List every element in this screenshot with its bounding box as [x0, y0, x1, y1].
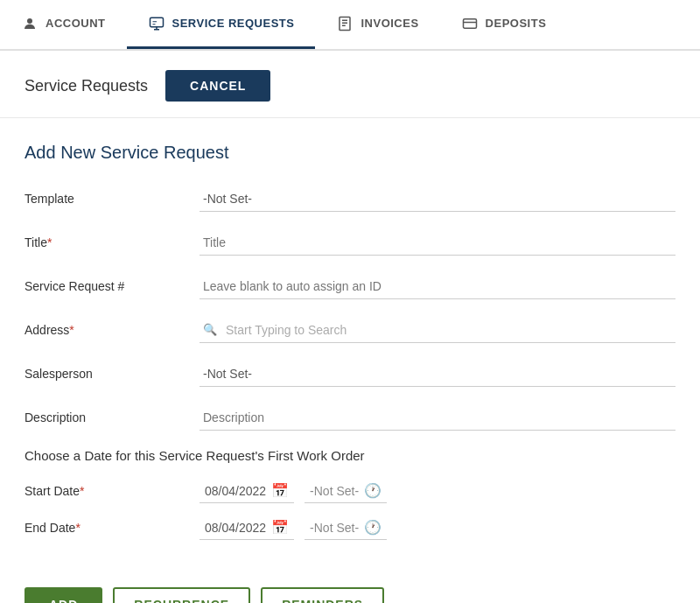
start-date-label: Start Date* — [24, 484, 200, 498]
description-label: Description — [24, 410, 200, 424]
template-label: Template — [24, 192, 200, 206]
template-value[interactable]: -Not Set- — [200, 186, 676, 212]
nav-tab-invoices-label: INVOICES — [360, 17, 418, 30]
end-time-input[interactable]: -Not Set- 🕐 — [304, 515, 387, 540]
svg-point-0 — [27, 18, 32, 24]
date-section: Choose a Date for this Service Request's… — [24, 448, 676, 540]
service-request-num-label: Service Request # — [24, 279, 200, 293]
deposits-icon — [461, 15, 479, 32]
salesperson-value[interactable]: -Not Set- — [200, 361, 676, 387]
invoices-icon — [336, 15, 354, 32]
nav-tab-account[interactable]: ACCOUNT — [0, 0, 127, 49]
end-time-placeholder: -Not Set- — [310, 521, 359, 535]
salesperson-row: Salesperson -Not Set- — [24, 359, 676, 389]
end-date-label: End Date* — [24, 521, 200, 535]
nav-tab-service-requests-label: SERVICE REQUESTS — [172, 17, 295, 30]
address-input[interactable]: 🔍 Start Typing to Search — [200, 318, 676, 343]
reminders-button[interactable]: REMINDERS — [261, 587, 384, 603]
start-date-value: 08/04/2022 — [205, 484, 266, 498]
address-row: Address* 🔍 Start Typing to Search — [24, 315, 676, 345]
description-row: Description — [24, 403, 676, 432]
svg-rect-1 — [150, 18, 163, 27]
recurrence-button[interactable]: RECURRENCE — [113, 587, 250, 603]
service-request-num-row: Service Request # — [24, 271, 676, 301]
add-button[interactable]: ADD — [24, 587, 102, 603]
start-time-input[interactable]: -Not Set- 🕐 — [304, 479, 387, 503]
end-time-clock-icon[interactable]: 🕐 — [364, 519, 382, 536]
service-requests-icon — [148, 15, 165, 32]
end-date-input[interactable]: 08/04/2022 📅 — [200, 515, 294, 540]
account-icon — [21, 15, 38, 32]
start-date-input[interactable]: 08/04/2022 📅 — [200, 479, 294, 503]
form-area: Add New Service Request Template -Not Se… — [0, 118, 700, 570]
template-row: Template -Not Set- — [24, 184, 676, 214]
page-title: Service Requests — [24, 77, 148, 95]
page-header: Service Requests CANCEL — [0, 51, 700, 118]
service-request-num-input[interactable] — [200, 274, 676, 299]
end-date-fields: 08/04/2022 📅 -Not Set- 🕐 — [200, 515, 387, 540]
nav-tab-deposits-label: DEPOSITS — [486, 17, 547, 30]
nav-tab-deposits[interactable]: DEPOSITS — [440, 0, 568, 49]
end-date-value: 08/04/2022 — [205, 521, 266, 535]
address-search-icon: 🔍 — [203, 323, 217, 336]
end-date-row: End Date* 08/04/2022 📅 -Not Set- 🕐 — [24, 515, 676, 540]
date-section-title: Choose a Date for this Service Request's… — [24, 448, 676, 463]
svg-rect-3 — [463, 18, 476, 28]
title-row: Title* — [24, 228, 676, 257]
title-input[interactable] — [200, 230, 676, 256]
start-time-clock-icon[interactable]: 🕐 — [364, 482, 382, 499]
form-section-title: Add New Service Request — [24, 143, 676, 163]
start-time-placeholder: -Not Set- — [310, 484, 359, 498]
nav-tab-account-label: ACCOUNT — [46, 17, 106, 30]
description-input[interactable] — [200, 405, 676, 431]
cancel-button[interactable]: CANCEL — [165, 70, 270, 102]
start-date-calendar-icon[interactable]: 📅 — [271, 482, 289, 499]
start-date-fields: 08/04/2022 📅 -Not Set- 🕐 — [200, 479, 387, 503]
action-buttons: ADD RECURRENCE REMINDERS — [0, 570, 700, 603]
address-label: Address* — [24, 323, 200, 337]
nav-tab-invoices[interactable]: INVOICES — [315, 0, 439, 49]
start-date-row: Start Date* 08/04/2022 📅 -Not Set- 🕐 — [24, 479, 676, 503]
top-navigation: ACCOUNT SERVICE REQUESTS INVOICES DEPOSI… — [0, 0, 700, 51]
title-label: Title* — [24, 235, 200, 249]
nav-tab-service-requests[interactable]: SERVICE REQUESTS — [127, 0, 316, 49]
salesperson-label: Salesperson — [24, 367, 200, 381]
end-date-calendar-icon[interactable]: 📅 — [271, 519, 289, 536]
